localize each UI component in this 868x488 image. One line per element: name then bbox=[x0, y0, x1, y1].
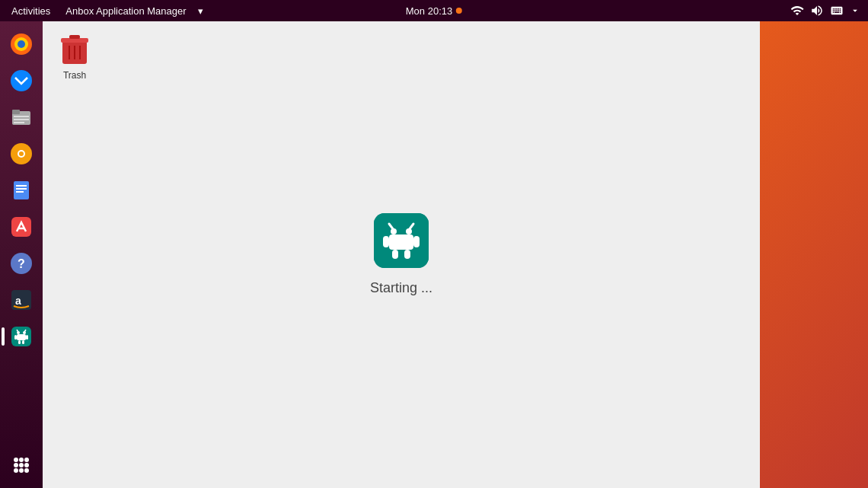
svg-point-3 bbox=[11, 70, 32, 91]
sidebar-item-firefox[interactable] bbox=[5, 27, 38, 61]
wifi-icon[interactable] bbox=[790, 4, 804, 18]
svg-text:?: ? bbox=[18, 257, 25, 270]
desktop: Trash Starting bbox=[43, 21, 760, 488]
sidebar-item-thunderbird[interactable] bbox=[5, 64, 38, 97]
topbar-center: Mon 20:13 bbox=[406, 5, 462, 17]
sidebar-item-help[interactable]: ? bbox=[5, 247, 38, 280]
show-apps-button[interactable] bbox=[5, 448, 38, 482]
svg-point-11 bbox=[19, 152, 24, 156]
app-name-label[interactable]: Anbox Application Manager bbox=[62, 4, 190, 18]
svg-rect-14 bbox=[16, 188, 27, 190]
svg-rect-50 bbox=[389, 234, 413, 250]
trash-icon-image bbox=[56, 30, 93, 67]
svg-point-39 bbox=[19, 468, 24, 473]
sidebar-item-settings[interactable] bbox=[5, 137, 38, 171]
svg-rect-54 bbox=[404, 250, 410, 259]
svg-rect-28 bbox=[18, 340, 21, 344]
trash-label: Trash bbox=[63, 70, 86, 81]
topbar: Activities Anbox Application Manager ▾ M… bbox=[0, 0, 868, 21]
svg-point-34 bbox=[24, 458, 29, 462]
svg-rect-51 bbox=[383, 236, 389, 247]
sidebar-item-amazon[interactable]: a bbox=[5, 283, 38, 317]
svg-rect-43 bbox=[69, 35, 80, 39]
keyboard-icon[interactable] bbox=[830, 4, 844, 18]
svg-rect-29 bbox=[22, 340, 24, 344]
svg-point-35 bbox=[14, 463, 18, 467]
svg-point-32 bbox=[14, 458, 18, 462]
activities-button[interactable]: Activities bbox=[8, 4, 54, 18]
volume-icon[interactable] bbox=[810, 4, 824, 18]
trash-icon[interactable]: Trash bbox=[56, 30, 93, 81]
starting-text: Starting ... bbox=[370, 280, 432, 296]
svg-rect-7 bbox=[14, 119, 29, 120]
sidebar-item-appstore[interactable] bbox=[5, 210, 38, 244]
svg-rect-53 bbox=[392, 250, 398, 259]
right-panel bbox=[760, 21, 868, 488]
recording-dot bbox=[456, 8, 462, 14]
svg-rect-13 bbox=[16, 185, 27, 187]
sidebar-item-anbox[interactable] bbox=[5, 320, 38, 353]
svg-rect-5 bbox=[12, 110, 20, 114]
svg-point-33 bbox=[19, 458, 24, 462]
svg-rect-6 bbox=[14, 116, 29, 117]
svg-rect-25 bbox=[17, 334, 26, 340]
svg-rect-16 bbox=[11, 217, 31, 237]
svg-point-2 bbox=[18, 40, 25, 48]
svg-text:a: a bbox=[15, 295, 21, 307]
svg-rect-12 bbox=[14, 181, 29, 199]
starting-container: Starting ... bbox=[370, 213, 432, 296]
clock-label: Mon 20:13 bbox=[406, 5, 452, 17]
svg-rect-8 bbox=[14, 122, 24, 123]
svg-point-36 bbox=[19, 463, 24, 467]
svg-rect-27 bbox=[26, 335, 28, 340]
topbar-left: Activities Anbox Application Manager ▾ bbox=[8, 4, 203, 18]
topbar-right bbox=[790, 4, 860, 18]
svg-point-40 bbox=[24, 468, 29, 473]
sidebar-item-files[interactable] bbox=[5, 100, 38, 134]
svg-rect-52 bbox=[413, 236, 420, 247]
svg-rect-26 bbox=[14, 335, 17, 340]
sidebar-item-writer[interactable] bbox=[5, 174, 38, 207]
svg-point-38 bbox=[14, 468, 18, 473]
systray-dropdown-icon[interactable] bbox=[850, 5, 860, 16]
sidebar: ? a bbox=[0, 21, 43, 488]
app-menu-arrow[interactable]: ▾ bbox=[198, 5, 203, 17]
svg-point-37 bbox=[24, 463, 29, 467]
anbox-app-icon bbox=[374, 213, 429, 268]
svg-rect-15 bbox=[16, 191, 24, 193]
